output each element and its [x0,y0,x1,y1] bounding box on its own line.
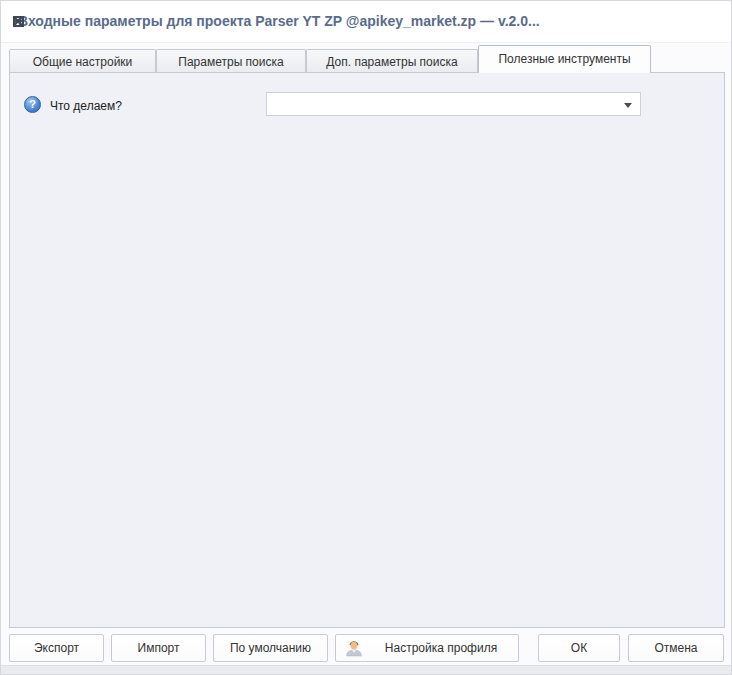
profile-settings-button[interactable]: Настройка профиля [335,634,519,662]
tab-label: Параметры поиска [178,55,283,69]
close-icon: ✕ [11,12,24,31]
person-icon [344,638,364,658]
tab-search-params[interactable]: Параметры поиска [156,49,306,73]
tab-extra-search-params[interactable]: Доп. параметры поиска [306,49,478,73]
title-bar: Входные параметры для проекта Parser YT … [1,1,731,43]
defaults-button[interactable]: По умолчанию [213,634,328,662]
action-dropdown[interactable] [266,92,641,116]
export-label: Экспорт [34,641,79,655]
dialog-window: Входные параметры для проекта Parser YT … [0,0,732,675]
tab-label: Доп. параметры поиска [326,55,457,69]
cancel-button[interactable]: Отмена [628,634,724,662]
defaults-label: По умолчанию [230,641,311,655]
close-button[interactable]: ✕ [1,1,35,41]
import-label: Импорт [138,641,180,655]
help-glyph: ? [29,99,36,110]
ok-label: ОК [571,641,587,655]
tab-content-panel: ? Что делаем? [9,72,725,628]
bottom-resize-strip [1,665,731,675]
tab-label: Общие настройки [33,55,133,69]
cancel-label: Отмена [654,641,697,655]
window-title: Входные параметры для проекта Parser YT … [18,13,540,29]
what-to-do-label: Что делаем? [50,99,122,113]
tab-label: Полезные инструменты [498,52,630,66]
export-button[interactable]: Экспорт [9,634,104,662]
chevron-down-icon [624,103,632,108]
profile-label: Настройка профиля [364,641,518,655]
tab-useful-tools[interactable]: Полезные инструменты [478,45,651,73]
ok-button[interactable]: ОК [538,634,620,662]
help-icon[interactable]: ? [24,96,41,113]
tab-general-settings[interactable]: Общие настройки [9,49,156,73]
import-button[interactable]: Импорт [111,634,206,662]
